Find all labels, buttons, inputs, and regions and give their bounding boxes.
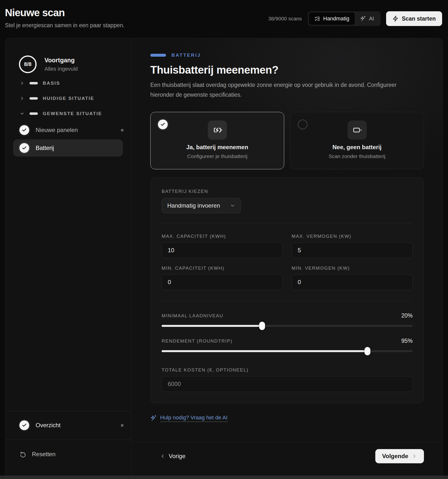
mode-manual-label: Handmatig [323, 15, 349, 22]
sidebar-section-label: GEWENSTE SITUATIE [43, 111, 102, 116]
battery-select-value: Handmatig invoeren [167, 202, 220, 209]
battery-select-dropdown[interactable]: Handmatig invoeren [162, 198, 241, 213]
sidebar-section-label: HUIDIGE SITUATIE [43, 96, 94, 101]
section-tag-label: BATTERIJ [171, 53, 201, 58]
sidebar-item-batterij[interactable]: Batterij [13, 139, 123, 157]
sidebar: 8/8 Voortgang Alles ingevuld BASIS HUID [5, 38, 132, 476]
progress-fraction: 8/8 [24, 61, 32, 67]
mode-toggle: Handmatig AI [308, 11, 381, 26]
field-label: MAX. VERMOGEN (KW) [292, 234, 413, 239]
check-circle-icon [19, 143, 29, 153]
list-checks-icon [314, 16, 320, 22]
sidebar-item-nieuwe-panelen[interactable]: Nieuwe panelen [5, 121, 131, 139]
reset-icon [20, 451, 27, 457]
slider-value: 95% [401, 338, 413, 344]
slider-thumb[interactable] [259, 322, 265, 330]
slider-value: 20% [401, 312, 413, 319]
option-subtitle: Scan zonder thuisbatterij [329, 153, 385, 159]
field-label: TOTALE KOSTEN (€, OPTIONEEL) [162, 367, 413, 373]
section-tag-pill [150, 54, 166, 57]
capacity-fields: MAX. CAPACITEIT (KWH) MAX. VERMOGEN (KW)… [162, 234, 413, 290]
battery-form: BATTERIJ KIEZEN Handmatig invoeren MAX. … [150, 177, 424, 403]
content-panel: 8/8 Voortgang Alles ingevuld BASIS HUID [5, 38, 443, 476]
battery-options: Ja, batterij meenemen Configureer je thu… [150, 112, 424, 169]
sidebar-section-basis[interactable]: BASIS [5, 76, 131, 91]
ai-help-link[interactable]: Hulp nodig? Vraag het de AI [150, 414, 227, 422]
check-circle-icon [19, 420, 29, 430]
progress-subtitle: Alles ingevuld [44, 66, 78, 72]
sidebar-item-label: Nieuwe panelen [36, 127, 78, 133]
slider-fill [162, 350, 367, 352]
slider-thumb[interactable] [364, 347, 370, 355]
progress-summary: 8/8 Voortgang Alles ingevuld [5, 38, 131, 73]
battery-select-label: BATTERIJ KIEZEN [162, 189, 413, 194]
battery-charging-icon [208, 120, 227, 140]
page-bottom-edge [0, 476, 448, 479]
slider-track[interactable] [162, 325, 413, 327]
max-capacity-input[interactable] [162, 242, 283, 258]
battery-icon [348, 120, 367, 140]
field-min-capacity: MIN. CAPACITEIT (KWH) [162, 266, 283, 290]
sidebar-item-label: Batterij [36, 145, 54, 151]
progress-ring: 8/8 [19, 55, 37, 73]
sidebar-item-label: Overzicht [36, 422, 60, 429]
next-button[interactable]: Volgende [375, 449, 424, 463]
divider [5, 439, 131, 439]
sidebar-section-gewenste-situatie[interactable]: GEWENSTE SITUATIE [5, 106, 131, 121]
status-dot [121, 129, 124, 132]
mode-ai-label: AI [369, 15, 374, 22]
wizard-footer: Vorige Volgende [132, 442, 443, 476]
check-circle-icon [19, 125, 29, 135]
main-content: BATTERIJ Thuisbatterij meenemen? Een thu… [132, 38, 443, 476]
section-progress-pill [29, 82, 38, 84]
option-title: Nee, geen batterij [332, 144, 381, 151]
selected-check-icon [158, 120, 168, 129]
min-capacity-input[interactable] [162, 274, 283, 290]
max-power-input[interactable] [292, 242, 413, 258]
mode-ai-button[interactable]: AI [355, 13, 379, 25]
slider-track[interactable] [162, 350, 413, 352]
previous-label: Vorige [169, 453, 185, 460]
progress-texts: Voortgang Alles ingevuld [44, 57, 78, 72]
option-subtitle: Configureer je thuisbatterij [187, 153, 247, 159]
chevron-down-icon [20, 111, 25, 116]
min-power-input[interactable] [292, 274, 413, 290]
step-description: Een thuisbatterij slaat overdag opgewekt… [150, 80, 397, 100]
next-label: Volgende [382, 453, 408, 460]
option-card-no[interactable]: Nee, geen batterij Scan zonder thuisbatt… [290, 112, 424, 169]
slider-label: RENDEMENT (ROUNDTRIP) [162, 338, 233, 344]
sidebar-item-overzicht[interactable]: Overzicht [5, 415, 131, 436]
chevron-left-icon [160, 453, 165, 459]
chevron-right-icon [20, 81, 25, 86]
header-actions: 38/9000 scans Handmatig AI Scan starten [268, 11, 442, 26]
field-label: MIN. VERMOGEN (KW) [292, 266, 413, 271]
slider-roundtrip-efficiency: RENDEMENT (ROUNDTRIP) 95% [162, 338, 413, 352]
sparkles-icon [360, 16, 366, 22]
field-label: MIN. CAPACITEIT (KWH) [162, 266, 283, 271]
slider-fill [162, 325, 262, 327]
slider-label: MINIMAAL LAADNIVEAU [162, 313, 223, 319]
section-progress-pill [29, 112, 38, 115]
option-title: Ja, batterij meenemen [186, 144, 248, 151]
field-label: MAX. CAPACITEIT (KWH) [162, 234, 283, 239]
header-text: Nieuwe scan Stel je energiescan samen in… [5, 7, 125, 29]
sidebar-nav: BASIS HUIDIGE SITUATIE GEWENSTE SITUATIE [5, 76, 131, 157]
reset-button[interactable]: Resetten [5, 444, 131, 464]
sidebar-section-huidige-situatie[interactable]: HUIDIGE SITUATIE [5, 91, 131, 106]
mode-manual-button[interactable]: Handmatig [309, 13, 355, 25]
scan-start-button[interactable]: Scan starten [386, 11, 442, 26]
previous-button[interactable]: Vorige [160, 449, 185, 463]
section-progress-pill [29, 97, 38, 100]
option-card-yes[interactable]: Ja, batterij meenemen Configureer je thu… [150, 112, 284, 169]
chevron-right-icon [20, 96, 25, 101]
radio-unselected-icon [298, 120, 308, 129]
slider-head: MINIMAAL LAADNIVEAU 20% [162, 312, 413, 319]
divider [5, 411, 131, 411]
ai-help-label: Hulp nodig? Vraag het de AI [160, 414, 227, 422]
total-cost-input[interactable] [162, 376, 413, 392]
chevron-right-icon [412, 453, 417, 459]
field-min-power: MIN. VERMOGEN (KW) [292, 266, 413, 290]
scans-counter: 38/9000 scans [268, 16, 302, 22]
sidebar-section-label: BASIS [43, 80, 60, 86]
field-max-power: MAX. VERMOGEN (KW) [292, 234, 413, 258]
